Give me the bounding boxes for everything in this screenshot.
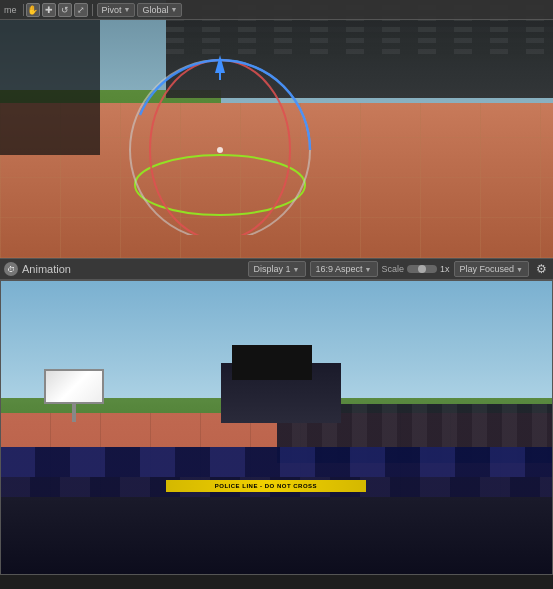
gear-icon: ⚙	[536, 262, 547, 276]
animation-icon: ⏱	[4, 262, 18, 276]
sep1	[23, 4, 24, 16]
left-structure	[0, 0, 100, 155]
animation-tab[interactable]: ⏱ Animation	[4, 262, 71, 276]
play-focused-arrow: ▼	[516, 266, 523, 273]
svg-point-0	[135, 155, 305, 215]
middle-toolbar: ⏱ Animation Display 1 ▼ 16:9 Aspect ▼ Sc…	[0, 258, 553, 280]
scale-value: 1x	[440, 264, 450, 274]
scene-view: me ✋ ✚ ↺ ⤢ Pivot ▼ Global ▼	[0, 0, 553, 258]
pivot-dropdown[interactable]: Pivot ▼	[97, 3, 136, 17]
play-focused-dropdown[interactable]: Play Focused ▼	[454, 261, 529, 277]
scale-tool-btn[interactable]: ⤢	[74, 3, 88, 17]
barrier-area: POLICE LINE - DO NOT CROSS	[0, 442, 553, 575]
me-label: me	[4, 5, 17, 15]
display-arrow: ▼	[293, 266, 300, 273]
game-view: POLICE LINE - DO NOT CROSS	[0, 280, 553, 575]
sep2	[92, 4, 93, 16]
police-line-text: POLICE LINE - DO NOT CROSS	[215, 483, 317, 489]
booth-top	[232, 345, 312, 380]
aspect-arrow: ▼	[365, 266, 372, 273]
rotate-tool-btn[interactable]: ↺	[58, 3, 72, 17]
scale-slider[interactable]	[407, 265, 437, 273]
settings-btn[interactable]: ⚙	[533, 261, 549, 277]
svg-marker-5	[215, 55, 225, 73]
display-dropdown[interactable]: Display 1 ▼	[248, 261, 306, 277]
aspect-label: 16:9 Aspect	[316, 264, 363, 274]
global-dropdown[interactable]: Global ▼	[137, 3, 182, 17]
svg-point-3	[217, 147, 223, 153]
scene-top-toolbar: me ✋ ✚ ↺ ⤢ Pivot ▼ Global ▼	[0, 0, 553, 20]
gizmo-circles	[120, 55, 320, 235]
scale-text-label: Scale	[382, 264, 405, 274]
display-label: Display 1	[254, 264, 291, 274]
police-line-tape: POLICE LINE - DO NOT CROSS	[166, 480, 366, 492]
aspect-dropdown[interactable]: 16:9 Aspect ▼	[310, 261, 378, 277]
billboard-post	[72, 402, 76, 422]
move-tool-btn[interactable]: ✚	[42, 3, 56, 17]
game-billboard	[44, 369, 104, 404]
play-focused-label: Play Focused	[460, 264, 515, 274]
scale-control: Scale 1x	[382, 264, 450, 274]
hand-tool-btn[interactable]: ✋	[26, 3, 40, 17]
animation-label: Animation	[22, 263, 71, 275]
